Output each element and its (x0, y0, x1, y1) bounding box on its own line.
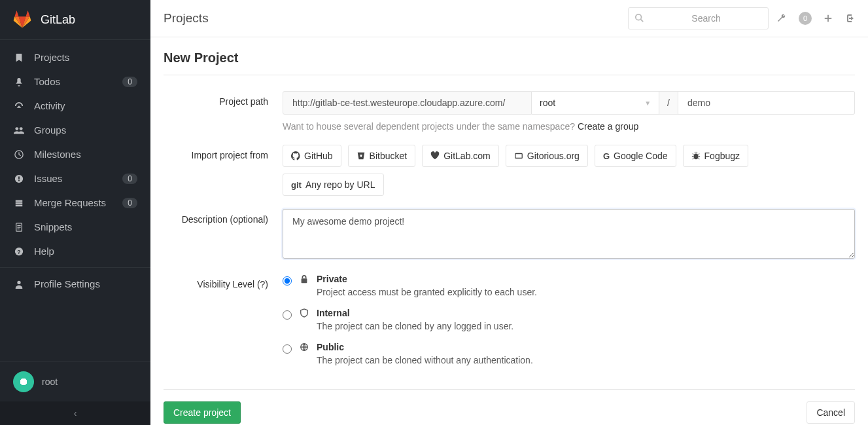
cancel-button[interactable]: Cancel (807, 401, 855, 424)
visibility-label: Visibility Level (?) (164, 274, 283, 376)
todos-button[interactable]: 0 (799, 12, 812, 25)
sidebar-item-label: Merge Requests (34, 197, 122, 208)
sidebar-item-activity[interactable]: Activity (0, 94, 150, 118)
svg-rect-4 (18, 176, 20, 179)
visibility-option-desc: The project can be cloned without any au… (317, 355, 533, 365)
visibility-public-radio[interactable] (283, 344, 292, 354)
visibility-private-radio[interactable] (283, 276, 292, 286)
globe-icon (298, 342, 310, 352)
namespace-select[interactable]: root ▼ (532, 91, 659, 115)
sidebar-item-projects[interactable]: Projects (0, 45, 150, 69)
main-content: New Project Project path http://gitlab-c… (150, 37, 868, 425)
base-url-display: http://gitlab-ce-test.westeurope.cloudap… (283, 91, 532, 115)
sidebar-item-label: Snippets (34, 221, 137, 232)
svg-rect-5 (18, 179, 20, 181)
new-button[interactable] (824, 14, 833, 23)
current-user[interactable]: root (0, 362, 150, 401)
chevron-left-icon: ‹ (74, 408, 77, 418)
shield-icon (298, 308, 310, 318)
description-textarea[interactable] (283, 209, 855, 259)
namespace-value: root (540, 98, 555, 108)
sign-out-icon (844, 13, 855, 24)
create-project-button[interactable]: Create project (164, 401, 241, 424)
visibility-option-title: Public (317, 342, 533, 352)
bell-icon (13, 77, 25, 86)
avatar (13, 371, 34, 392)
topbar-actions: 0 (776, 12, 855, 25)
sidebar-item-groups[interactable]: Groups (0, 118, 150, 142)
sidebar-item-snippets[interactable]: Snippets (0, 215, 150, 239)
wrench-icon (776, 13, 787, 24)
sidebar-item-profile-settings[interactable]: Profile Settings (0, 272, 150, 296)
import-github-button[interactable]: GitHub (283, 145, 341, 167)
namespace-hint: Want to house several dependent projects… (283, 121, 855, 132)
bitbucket-icon (356, 151, 366, 160)
svg-rect-14 (515, 154, 523, 158)
svg-point-15 (693, 154, 698, 160)
clock-icon (13, 150, 25, 159)
svg-rect-6 (16, 200, 23, 202)
sidebar-item-label: Todos (34, 76, 122, 87)
import-googlecode-button[interactable]: GGoogle Code (595, 145, 676, 167)
sidebar-item-label: Activity (34, 100, 137, 111)
svg-point-1 (20, 127, 23, 130)
visibility-internal-radio[interactable] (283, 310, 292, 320)
import-label: Import project from (164, 145, 283, 196)
search-icon (634, 13, 644, 22)
import-fogbugz-button[interactable]: Fogbugz (683, 145, 748, 167)
lock-icon (298, 274, 310, 284)
sidebar: GitLab Projects Todos 0 Activity Groups … (0, 0, 150, 425)
badge-count: 0 (122, 198, 137, 208)
topbar: Projects 0 (150, 0, 868, 37)
search-input[interactable] (628, 7, 769, 29)
project-name-input[interactable] (678, 91, 855, 115)
issue-icon (13, 174, 25, 183)
user-icon (13, 280, 25, 289)
create-group-link[interactable]: Create a group (578, 121, 638, 132)
import-gitlab-button[interactable]: GitLab.com (422, 145, 499, 167)
visibility-option-title: Internal (317, 308, 513, 318)
group-icon (13, 126, 25, 135)
sidebar-item-milestones[interactable]: Milestones (0, 142, 150, 166)
sidebar-item-label: Milestones (34, 149, 137, 160)
sidebar-item-help[interactable]: ? Help (0, 239, 150, 263)
todos-badge: 0 (799, 12, 812, 25)
heart-icon (430, 151, 440, 160)
plus-icon (824, 14, 833, 23)
gitlab-logo-icon (13, 10, 31, 29)
sidebar-nav: Projects Todos 0 Activity Groups Milesto… (0, 39, 150, 361)
git-icon: git (291, 180, 302, 190)
svg-point-0 (15, 127, 18, 130)
sidebar-item-label: Issues (34, 173, 122, 184)
search-box (628, 7, 769, 29)
sidebar-separator (0, 267, 150, 268)
sidebar-item-issues[interactable]: Issues 0 (0, 166, 150, 191)
svg-rect-8 (16, 204, 23, 206)
page-title: New Project (164, 50, 855, 75)
help-icon: ? (13, 247, 25, 256)
bug-icon (691, 151, 701, 160)
google-icon: G (603, 151, 610, 161)
import-bitbucket-button[interactable]: Bitbucket (348, 145, 416, 167)
snippet-icon (13, 223, 25, 232)
badge-count: 0 (122, 77, 137, 87)
visibility-option-title: Private (317, 274, 537, 284)
description-label: Description (optional) (164, 209, 283, 261)
visibility-option-desc: The project can be cloned by any logged … (317, 321, 513, 331)
import-url-button[interactable]: gitAny repo by URL (283, 174, 384, 196)
sidebar-item-label: Help (34, 246, 137, 257)
admin-wrench-button[interactable] (776, 13, 787, 24)
svg-text:?: ? (17, 248, 20, 255)
page-context-title: Projects (164, 11, 628, 26)
sidebar-item-todos[interactable]: Todos 0 (0, 69, 150, 94)
import-gitorious-button[interactable]: Gitorious.org (506, 145, 588, 167)
sidebar-item-label: Groups (34, 124, 137, 136)
sidebar-item-merge-requests[interactable]: Merge Requests 0 (0, 191, 150, 215)
brand-link[interactable]: GitLab (0, 0, 150, 39)
github-icon (291, 151, 300, 160)
caret-down-icon: ▼ (644, 100, 651, 107)
sign-out-button[interactable] (844, 13, 855, 24)
gitorious-icon (514, 151, 523, 160)
collapse-sidebar-button[interactable]: ‹ (0, 401, 150, 425)
svg-rect-16 (302, 278, 307, 283)
